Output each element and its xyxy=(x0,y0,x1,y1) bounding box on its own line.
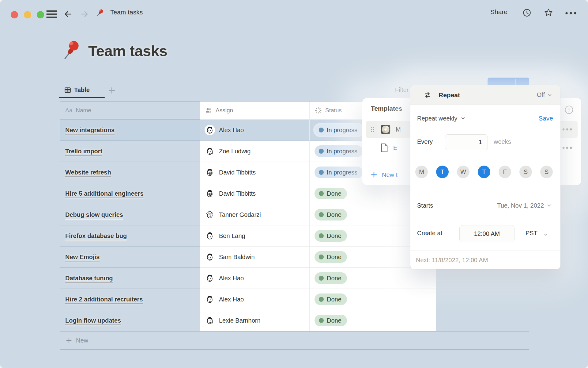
status-cell[interactable]: Done xyxy=(309,183,385,204)
sidebar-menu-icon[interactable] xyxy=(46,10,57,18)
weekday-toggle-s[interactable]: S xyxy=(519,166,532,178)
status-dot-icon xyxy=(319,276,324,281)
weekday-toggle-t[interactable]: T xyxy=(478,166,490,178)
interval-input[interactable]: 1 xyxy=(445,134,488,150)
recent-history-icon[interactable] xyxy=(523,9,531,17)
back-arrow-icon[interactable] xyxy=(63,9,73,19)
task-name-link[interactable]: Website refresh xyxy=(65,169,111,176)
avatar xyxy=(205,188,215,199)
avatar xyxy=(205,231,215,241)
column-header-name[interactable]: Aa Name xyxy=(60,102,200,120)
status-label: In progress xyxy=(327,127,357,134)
weekday-toggle-w[interactable]: W xyxy=(457,166,469,178)
task-name-cell[interactable]: Debug slow queries xyxy=(60,204,200,225)
weekday-selector: MTWTFSS xyxy=(415,166,553,178)
help-icon[interactable]: ? xyxy=(564,105,574,114)
plus-icon xyxy=(370,171,378,178)
status-dot-icon xyxy=(319,170,324,175)
favorite-star-icon[interactable] xyxy=(544,8,553,17)
column-header-assign[interactable]: Assign xyxy=(200,102,309,120)
task-name-cell[interactable]: New Emojis xyxy=(60,247,200,268)
task-name-link[interactable]: Debug slow queries xyxy=(65,211,123,218)
status-cell[interactable]: Done xyxy=(309,289,385,310)
assign-cell[interactable]: Zoe Ludwig xyxy=(200,141,309,162)
task-name-link[interactable]: Hire 5 additional engineers xyxy=(65,190,144,197)
status-cell[interactable]: Done xyxy=(309,268,385,289)
assign-cell[interactable]: David Tibbitts xyxy=(200,183,309,204)
repeat-popup: Repeat Off Repeat weekly Save Every 1 we… xyxy=(410,85,560,269)
timezone-dropdown[interactable]: PST xyxy=(526,230,537,237)
task-name-link[interactable]: Login flow updates xyxy=(65,317,121,324)
drag-handle-icon[interactable] xyxy=(370,126,375,133)
assignee-name: Ben Lang xyxy=(219,232,245,240)
assign-cell[interactable]: Alex Hao xyxy=(200,120,309,141)
forward-arrow-icon[interactable] xyxy=(80,9,89,19)
status-label: Done xyxy=(327,275,341,282)
assign-cell[interactable]: Sam Baldwin xyxy=(200,247,309,268)
template-item-label: E xyxy=(393,144,397,151)
text-property-icon: Aa xyxy=(65,107,72,114)
status-cell[interactable]: Done xyxy=(309,204,385,225)
avatar xyxy=(205,252,215,262)
create-time-input[interactable]: 12:00 AM xyxy=(459,225,514,242)
more-options-icon[interactable] xyxy=(565,12,578,15)
task-name-link[interactable]: New Emojis xyxy=(65,254,100,261)
task-name-cell[interactable]: Database tuning xyxy=(60,268,200,289)
status-dot-icon xyxy=(319,297,324,302)
create-at-row: Create at 12:00 AM PST xyxy=(410,225,560,243)
status-badge: In progress xyxy=(315,167,363,178)
task-name-cell[interactable]: Hire 2 additional recruiters xyxy=(60,289,200,310)
tab-table-view[interactable]: Table xyxy=(64,86,90,94)
status-cell[interactable]: Done xyxy=(309,225,385,247)
task-name-link[interactable]: New integrations xyxy=(65,127,115,134)
notion-window: Team tasks Share Team tasks Table Filter… xyxy=(0,0,588,368)
page-icon-pushpin[interactable] xyxy=(61,38,84,60)
share-button[interactable]: Share xyxy=(490,8,507,16)
repeat-state-dropdown[interactable]: Off xyxy=(537,91,552,98)
task-name-cell[interactable]: Login flow updates xyxy=(60,310,200,331)
status-cell[interactable]: Done xyxy=(309,247,385,268)
assign-cell[interactable]: Ben Lang xyxy=(200,225,309,247)
status-label: In progress xyxy=(327,169,357,176)
assign-cell[interactable]: Tanner Godarzi xyxy=(200,204,309,225)
assign-cell[interactable]: Lexie Barnhorn xyxy=(200,310,309,331)
filter-button[interactable]: Filter xyxy=(395,86,409,94)
assign-cell[interactable]: Alex Hao xyxy=(200,289,309,310)
weekday-toggle-s[interactable]: S xyxy=(540,166,553,178)
assign-cell[interactable]: David Tibbitts xyxy=(200,162,309,183)
task-name-cell[interactable]: Website refresh xyxy=(60,162,200,183)
status-dot-icon xyxy=(319,191,324,196)
more-options-icon[interactable] xyxy=(562,146,573,149)
weekday-toggle-m[interactable]: M xyxy=(415,166,428,178)
status-badge: In progress xyxy=(315,124,363,136)
zoom-window-button[interactable] xyxy=(37,11,44,18)
task-name-cell[interactable]: Hire 5 additional engineers xyxy=(60,183,200,204)
avatar xyxy=(205,146,215,156)
task-name-cell[interactable]: Trello import xyxy=(60,141,200,162)
add-view-icon[interactable] xyxy=(108,86,116,94)
template-item-label: M xyxy=(396,126,401,133)
save-button[interactable]: Save xyxy=(538,115,553,122)
start-date-dropdown[interactable]: Tue, Nov 1, 2022 xyxy=(497,202,552,209)
more-options-icon[interactable] xyxy=(562,128,573,131)
frequency-dropdown[interactable]: Repeat weekly xyxy=(417,115,457,122)
weekday-toggle-t[interactable]: T xyxy=(436,166,449,178)
task-name-link[interactable]: Firefox database bug xyxy=(65,232,127,240)
empty-cell xyxy=(385,268,436,289)
weekday-toggle-f[interactable]: F xyxy=(499,166,511,178)
chevron-down-icon xyxy=(546,203,552,208)
status-badge: Done xyxy=(315,251,347,263)
avatar xyxy=(205,125,215,135)
minimize-window-button[interactable] xyxy=(24,11,31,18)
assign-cell[interactable]: Alex Hao xyxy=(200,268,309,289)
task-name-cell[interactable]: New integrations xyxy=(60,120,200,141)
task-name-link[interactable]: Hire 2 additional recruiters xyxy=(65,296,143,303)
svg-text:?: ? xyxy=(568,107,570,113)
add-new-row[interactable]: New xyxy=(60,331,529,350)
task-name-cell[interactable]: Firefox database bug xyxy=(60,225,200,247)
assignee-name: David Tibbitts xyxy=(219,190,256,197)
task-name-link[interactable]: Trello import xyxy=(65,148,102,155)
task-name-link[interactable]: Database tuning xyxy=(65,275,113,282)
close-window-button[interactable] xyxy=(11,11,18,18)
status-cell[interactable]: Done xyxy=(309,310,385,331)
